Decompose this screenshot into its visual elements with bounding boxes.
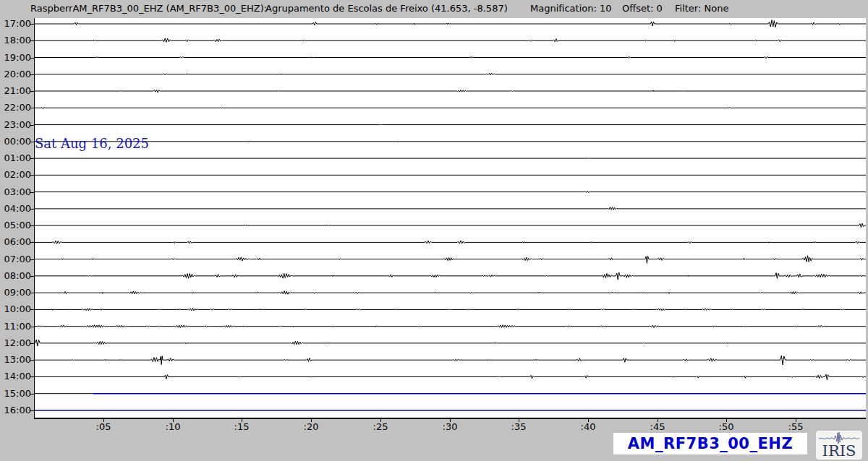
hour-tick xyxy=(30,360,34,361)
hour-label: 02:00 xyxy=(0,169,31,180)
minute-label: :10 xyxy=(166,421,181,432)
hour-tick xyxy=(30,394,34,395)
hour-tick xyxy=(30,225,34,226)
hour-label: 17:00 xyxy=(0,18,31,29)
station-id-text: AM_RF7B3_00_EHZ xyxy=(628,435,793,452)
hour-label: 09:00 xyxy=(0,287,31,298)
hour-label: 03:00 xyxy=(0,186,31,197)
hour-tick xyxy=(30,108,34,108)
minute-label: :30 xyxy=(443,421,458,432)
hour-label: 18:00 xyxy=(0,35,31,46)
trace-row xyxy=(35,38,866,42)
hour-label: 20:00 xyxy=(0,69,31,79)
station-title: RaspberrAM_RF7B3_00_EHZ (AM_RF7B3_00_EHZ… xyxy=(30,3,267,14)
trace-row xyxy=(35,141,866,142)
hour-tick xyxy=(30,309,34,310)
hour-tick xyxy=(30,91,34,92)
trace-row xyxy=(35,256,866,264)
minute-label: :25 xyxy=(373,421,388,432)
minute-label: :35 xyxy=(511,421,527,432)
trace-row xyxy=(35,325,866,328)
filter-label: Filter: None xyxy=(675,3,728,14)
hour-tick xyxy=(30,410,34,411)
plot-area[interactable] xyxy=(34,18,866,419)
hour-tick xyxy=(30,142,34,142)
minute-label: :40 xyxy=(581,421,596,432)
trace-row xyxy=(35,356,866,365)
iris-logo-icon: IRIS xyxy=(816,431,862,460)
hour-tick xyxy=(30,24,34,25)
hour-tick xyxy=(30,242,34,243)
hour-label: 10:00 xyxy=(0,303,31,314)
trace-row xyxy=(35,90,866,92)
magnification-label: Magnification: 10 xyxy=(530,3,612,14)
hour-tick xyxy=(30,293,34,293)
trace-row xyxy=(35,272,866,280)
hour-tick xyxy=(30,376,34,377)
iris-logo[interactable]: IRIS xyxy=(816,431,862,460)
hour-tick xyxy=(30,259,34,260)
trace-row xyxy=(35,291,866,295)
minute-label: :50 xyxy=(719,421,734,432)
hour-label: 06:00 xyxy=(0,236,31,247)
trace-row xyxy=(35,191,866,193)
hour-tick xyxy=(30,175,34,176)
hour-label: 11:00 xyxy=(0,321,31,332)
hour-label: 13:00 xyxy=(0,354,31,365)
trace-row xyxy=(35,207,866,210)
trace-row xyxy=(35,20,866,27)
trace-row xyxy=(35,309,866,311)
hour-label: 19:00 xyxy=(0,52,31,63)
trace-row xyxy=(35,56,866,59)
station-location: Agrupamento de Escolas de Freixo (41.653… xyxy=(265,3,508,14)
hour-label: 22:00 xyxy=(0,102,31,113)
minute-label: :20 xyxy=(304,421,319,432)
hour-tick xyxy=(30,40,34,41)
trace-row xyxy=(35,108,866,109)
hour-label: 04:00 xyxy=(0,203,31,214)
hour-tick xyxy=(30,327,34,327)
hour-label: 16:00 xyxy=(0,405,31,415)
offset-label: Offset: 0 xyxy=(622,3,663,14)
minute-label: :45 xyxy=(650,421,665,432)
station-id-badge: AM_RF7B3_00_EHZ xyxy=(613,433,807,454)
hour-label: 08:00 xyxy=(0,270,31,281)
trace-row xyxy=(35,241,866,244)
hour-label: 23:00 xyxy=(0,119,31,130)
minute-label: :15 xyxy=(234,421,250,432)
helicorder-window: RaspberrAM_RF7B3_00_EHZ (AM_RF7B3_00_EHZ… xyxy=(0,0,868,461)
hour-label: 21:00 xyxy=(0,85,31,96)
hour-tick xyxy=(30,125,34,126)
trace-row xyxy=(35,124,866,125)
hour-tick xyxy=(30,209,34,210)
hour-tick xyxy=(30,192,34,193)
trace-row xyxy=(35,374,866,380)
hour-label: 12:00 xyxy=(0,337,31,348)
hour-label: 14:00 xyxy=(0,371,31,382)
date-label: Sat Aug 16, 2025 xyxy=(35,136,149,151)
trace-row xyxy=(35,340,866,346)
hour-tick xyxy=(30,74,34,75)
minute-label: :05 xyxy=(96,421,111,432)
hour-label: 15:00 xyxy=(0,388,31,399)
hour-label: 07:00 xyxy=(0,254,31,264)
hour-label: 05:00 xyxy=(0,220,31,231)
svg-text:IRIS: IRIS xyxy=(822,442,856,460)
hour-tick xyxy=(30,58,34,59)
trace-row xyxy=(35,73,866,75)
hour-label: 01:00 xyxy=(0,152,31,163)
trace-row xyxy=(35,223,866,228)
minute-label: :55 xyxy=(788,421,804,432)
hour-label: 00:00 xyxy=(0,136,31,147)
hour-tick xyxy=(30,343,34,344)
seismogram-traces xyxy=(35,18,866,418)
hour-tick xyxy=(30,276,34,277)
hour-tick xyxy=(30,158,34,159)
trace-row xyxy=(35,158,866,159)
